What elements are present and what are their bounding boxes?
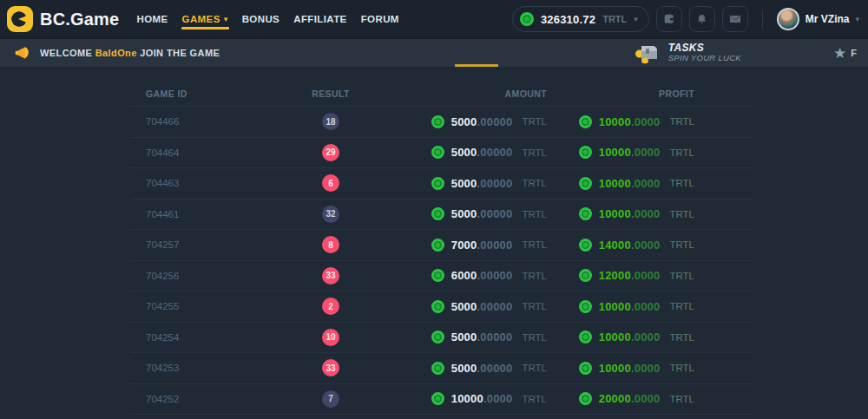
trtl-coin-icon	[579, 362, 592, 375]
result-badge: 2	[322, 298, 339, 315]
trtl-coin-icon	[579, 146, 592, 159]
result-badge: 10	[322, 329, 339, 346]
profit-integer: 10000	[599, 207, 631, 220]
table-header: GAME ID RESULT AMOUNT PROFIT	[130, 81, 753, 107]
profit-integer: 10000	[599, 362, 631, 375]
profit-decimals: .0000	[631, 177, 661, 190]
trtl-coin-icon	[431, 239, 444, 252]
col-header-game-id: GAME ID	[130, 88, 279, 99]
bets-table: GAME ID RESULT AMOUNT PROFIT 704466 18 5…	[130, 81, 753, 415]
profit-currency: TRTL	[669, 178, 694, 188]
favorites-shortcut[interactable]: ★ F	[833, 46, 863, 61]
amount-integer: 5000	[451, 177, 477, 190]
user-menu[interactable]: Mr VZina ▾	[777, 8, 859, 30]
banner-message: WELCOME BaldOne JOIN THE GAME	[15, 46, 220, 60]
table-row[interactable]: 704256 33 6000.00000 TRTL 12000.0000 TRT…	[130, 261, 753, 292]
trtl-coin-icon	[579, 177, 592, 190]
amount-cell: 5000.00000 TRTL	[382, 300, 567, 313]
result-badge: 33	[322, 267, 339, 285]
result-cell: 18	[279, 113, 382, 130]
profit-currency: TRTL	[669, 209, 694, 219]
tasks-widget[interactable]: TASKS SPIN YOUR LUCK	[635, 42, 741, 64]
trtl-coin-icon	[579, 300, 592, 313]
amount-currency: TRTL	[522, 209, 547, 219]
result-cell: 2	[279, 298, 382, 315]
logo[interactable]: BC.Game	[7, 6, 119, 32]
table-row[interactable]: 704255 2 5000.00000 TRTL 10000.0000 TRTL	[130, 291, 753, 323]
amount-cell: 6000.00000 TRTL	[382, 269, 567, 282]
tasks-subtitle: SPIN YOUR LUCK	[668, 54, 741, 63]
amount-integer: 5000	[451, 362, 477, 375]
table-row[interactable]: 704254 10 5000.00000 TRTL 10000.0000 TRT…	[130, 323, 753, 354]
star-icon: ★	[833, 46, 846, 61]
table-body: 704466 18 5000.00000 TRTL 10000.0000 TRT…	[130, 107, 753, 415]
profit-decimals: .0000	[631, 239, 661, 252]
result-cell: 10	[279, 329, 382, 346]
profit-decimals: .0000	[631, 269, 661, 282]
chevron-down-icon: ▾	[634, 15, 638, 23]
amount-currency: TRTL	[522, 363, 547, 373]
profit-currency: TRTL	[669, 363, 694, 373]
trtl-coin-icon	[579, 115, 592, 128]
amount-decimals: .00000	[477, 115, 512, 128]
star-partial-label: F	[851, 48, 857, 58]
trtl-coin-icon	[579, 331, 592, 344]
profit-currency: TRTL	[669, 147, 694, 158]
amount-decimals: .00000	[477, 146, 512, 159]
nav-link-home[interactable]: HOME	[136, 0, 168, 38]
trtl-coin-icon	[431, 331, 444, 344]
col-header-result: RESULT	[279, 88, 382, 99]
table-row[interactable]: 704252 7 10000.0000 TRTL 20000.0000 TRTL	[130, 384, 753, 416]
profit-cell: 10000.0000 TRTL	[567, 362, 753, 375]
profit-integer: 10000	[599, 115, 631, 128]
profit-cell: 10000.0000 TRTL	[567, 300, 753, 313]
wallet-icon	[662, 12, 676, 26]
amount-decimals: .00000	[477, 207, 512, 220]
amount-integer: 5000	[451, 146, 477, 159]
messages-button[interactable]	[722, 6, 748, 32]
megaphone-icon	[15, 46, 30, 60]
profit-decimals: .0000	[631, 207, 661, 220]
table-row[interactable]: 704466 18 5000.00000 TRTL 10000.0000 TRT…	[130, 107, 753, 138]
nav-link-bonus[interactable]: BONUS	[242, 0, 280, 38]
amount-cell: 5000.00000 TRTL	[382, 207, 567, 220]
profit-currency: TRTL	[669, 239, 694, 250]
amount-currency: TRTL	[522, 271, 547, 281]
profit-cell: 10000.0000 TRTL	[567, 207, 753, 220]
nav-link-affiliate[interactable]: AFFILIATE	[293, 0, 347, 38]
amount-currency: TRTL	[522, 116, 547, 127]
amount-cell: 7000.00000 TRTL	[382, 239, 567, 252]
chevron-down-icon: ▾	[855, 15, 859, 23]
game-id: 704461	[130, 209, 279, 219]
nav-right: 326310.72 TRTL ▾	[512, 6, 859, 32]
result-cell: 32	[279, 206, 382, 223]
nav-link-games[interactable]: GAMES ▾	[182, 0, 228, 38]
amount-cell: 5000.00000 TRTL	[382, 362, 567, 375]
divider	[762, 10, 763, 29]
table-row[interactable]: 704257 8 7000.00000 TRTL 14000.0000 TRTL	[130, 230, 753, 261]
welcome-banner: WELCOME BaldOne JOIN THE GAME TASKS SPIN…	[0, 38, 868, 67]
amount-cell: 10000.0000 TRTL	[382, 392, 567, 405]
result-badge: 8	[322, 236, 339, 253]
profit-decimals: .0000	[631, 392, 661, 405]
amount-decimals: .0000	[483, 392, 513, 405]
table-row[interactable]: 704463 6 5000.00000 TRTL 10000.0000 TRTL	[130, 168, 753, 200]
table-row[interactable]: 704464 29 5000.00000 TRTL 10000.0000 TRT…	[130, 138, 753, 169]
table-row[interactable]: 704253 33 5000.00000 TRTL 10000.0000 TRT…	[130, 353, 753, 384]
bell-icon	[695, 13, 708, 26]
tasks-texts: TASKS SPIN YOUR LUCK	[668, 43, 741, 64]
nav-link-forum[interactable]: FORUM	[361, 0, 399, 38]
user-name: Mr VZina	[806, 13, 850, 25]
amount-decimals: .00000	[477, 331, 512, 344]
wallet-button[interactable]	[656, 6, 682, 32]
amount-currency: TRTL	[522, 178, 547, 188]
amount-integer: 5000	[451, 331, 477, 344]
table-row[interactable]: 704461 32 5000.00000 TRTL 10000.0000 TRT…	[130, 200, 753, 231]
amount-integer: 7000	[451, 239, 477, 252]
amount-decimals: .00000	[477, 300, 512, 313]
profit-cell: 10000.0000 TRTL	[567, 331, 753, 344]
balance-selector[interactable]: 326310.72 TRTL ▾	[512, 6, 649, 32]
notifications-button[interactable]	[689, 6, 715, 32]
profit-integer: 10000	[599, 331, 631, 344]
trtl-coin-icon	[579, 392, 592, 405]
